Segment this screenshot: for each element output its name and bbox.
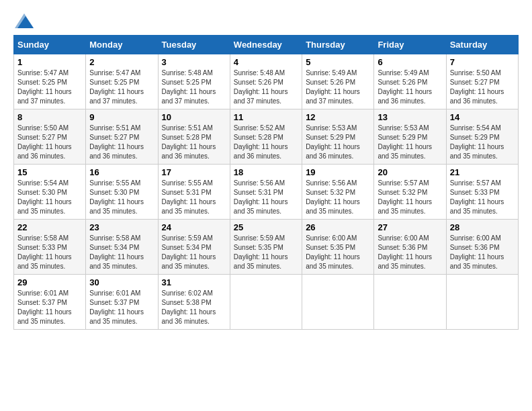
calendar-cell <box>446 275 518 330</box>
day-info: Sunrise: 5:49 AMSunset: 5:26 PMDaylight:… <box>378 69 432 105</box>
day-number: 22 <box>17 222 82 232</box>
calendar-cell: 13 Sunrise: 5:53 AMSunset: 5:29 PMDaylig… <box>374 109 446 165</box>
day-info: Sunrise: 5:49 AMSunset: 5:26 PMDaylight:… <box>306 69 360 105</box>
day-info: Sunrise: 6:01 AMSunset: 5:37 PMDaylight:… <box>89 289 144 325</box>
day-number: 13 <box>378 112 442 122</box>
calendar-cell: 23 Sunrise: 5:58 AMSunset: 5:34 PMDaylig… <box>86 220 158 275</box>
day-number: 4 <box>234 57 298 67</box>
calendar-cell: 25 Sunrise: 5:59 AMSunset: 5:35 PMDaylig… <box>230 220 302 275</box>
day-number: 29 <box>17 277 82 287</box>
day-number: 24 <box>162 222 226 232</box>
day-info: Sunrise: 5:50 AMSunset: 5:27 PMDaylight:… <box>17 124 72 160</box>
calendar-cell: 6 Sunrise: 5:49 AMSunset: 5:26 PMDayligh… <box>374 54 446 109</box>
calendar-cell: 22 Sunrise: 5:58 AMSunset: 5:33 PMDaylig… <box>14 220 86 275</box>
day-info: Sunrise: 6:00 AMSunset: 5:36 PMDaylight:… <box>450 234 504 270</box>
day-info: Sunrise: 6:01 AMSunset: 5:37 PMDaylight:… <box>17 289 72 325</box>
day-number: 1 <box>17 57 82 67</box>
day-header-sunday: Sunday <box>14 36 86 54</box>
day-number: 19 <box>306 167 370 177</box>
day-info: Sunrise: 5:52 AMSunset: 5:28 PMDaylight:… <box>234 124 288 160</box>
calendar-cell: 31 Sunrise: 6:02 AMSunset: 5:38 PMDaylig… <box>158 275 230 330</box>
day-number: 21 <box>450 167 515 177</box>
day-number: 23 <box>89 222 154 232</box>
day-number: 28 <box>450 222 515 232</box>
day-info: Sunrise: 5:59 AMSunset: 5:34 PMDaylight:… <box>162 234 216 270</box>
day-number: 8 <box>17 112 82 122</box>
week-row-3: 15 Sunrise: 5:54 AMSunset: 5:30 PMDaylig… <box>14 165 519 220</box>
calendar-cell: 17 Sunrise: 5:55 AMSunset: 5:31 PMDaylig… <box>158 165 230 220</box>
day-number: 14 <box>450 112 515 122</box>
day-header-saturday: Saturday <box>446 36 518 54</box>
day-number: 30 <box>89 277 154 287</box>
logo-icon <box>15 13 34 28</box>
day-header-friday: Friday <box>374 36 446 54</box>
day-number: 11 <box>234 112 298 122</box>
day-info: Sunrise: 5:56 AMSunset: 5:31 PMDaylight:… <box>234 179 288 215</box>
day-number: 5 <box>306 57 370 67</box>
day-number: 20 <box>378 167 442 177</box>
day-info: Sunrise: 6:00 AMSunset: 5:35 PMDaylight:… <box>306 234 360 270</box>
day-number: 26 <box>306 222 370 232</box>
day-number: 9 <box>89 112 154 122</box>
day-number: 18 <box>234 167 298 177</box>
logo <box>13 13 34 28</box>
calendar-cell: 20 Sunrise: 5:57 AMSunset: 5:32 PMDaylig… <box>374 165 446 220</box>
day-number: 25 <box>234 222 298 232</box>
day-number: 7 <box>450 57 515 67</box>
calendar-cell: 1 Sunrise: 5:47 AMSunset: 5:25 PMDayligh… <box>14 54 86 109</box>
calendar-cell: 15 Sunrise: 5:54 AMSunset: 5:30 PMDaylig… <box>14 165 86 220</box>
calendar-cell: 3 Sunrise: 5:48 AMSunset: 5:25 PMDayligh… <box>158 54 230 109</box>
calendar-cell: 24 Sunrise: 5:59 AMSunset: 5:34 PMDaylig… <box>158 220 230 275</box>
week-row-2: 8 Sunrise: 5:50 AMSunset: 5:27 PMDayligh… <box>14 109 519 165</box>
calendar-cell: 30 Sunrise: 6:01 AMSunset: 5:37 PMDaylig… <box>86 275 158 330</box>
day-info: Sunrise: 5:47 AMSunset: 5:25 PMDaylight:… <box>89 69 144 105</box>
day-info: Sunrise: 5:55 AMSunset: 5:31 PMDaylight:… <box>162 179 216 215</box>
day-info: Sunrise: 5:53 AMSunset: 5:29 PMDaylight:… <box>378 124 432 160</box>
calendar-cell: 18 Sunrise: 5:56 AMSunset: 5:31 PMDaylig… <box>230 165 302 220</box>
calendar-cell: 11 Sunrise: 5:52 AMSunset: 5:28 PMDaylig… <box>230 109 302 165</box>
day-number: 16 <box>89 167 154 177</box>
day-info: Sunrise: 5:47 AMSunset: 5:25 PMDaylight:… <box>17 69 72 105</box>
day-header-wednesday: Wednesday <box>230 36 302 54</box>
day-number: 15 <box>17 167 82 177</box>
day-info: Sunrise: 5:58 AMSunset: 5:33 PMDaylight:… <box>17 234 72 270</box>
calendar-cell: 7 Sunrise: 5:50 AMSunset: 5:27 PMDayligh… <box>446 54 518 109</box>
day-info: Sunrise: 5:51 AMSunset: 5:28 PMDaylight:… <box>162 124 216 160</box>
day-header-thursday: Thursday <box>302 36 374 54</box>
day-header-monday: Monday <box>86 36 158 54</box>
calendar: SundayMondayTuesdayWednesdayThursdayFrid… <box>13 35 519 330</box>
calendar-cell: 8 Sunrise: 5:50 AMSunset: 5:27 PMDayligh… <box>14 109 86 165</box>
day-info: Sunrise: 5:54 AMSunset: 5:30 PMDaylight:… <box>17 179 72 215</box>
calendar-cell: 4 Sunrise: 5:48 AMSunset: 5:26 PMDayligh… <box>230 54 302 109</box>
day-info: Sunrise: 5:53 AMSunset: 5:29 PMDaylight:… <box>306 124 360 160</box>
day-info: Sunrise: 5:50 AMSunset: 5:27 PMDaylight:… <box>450 69 504 105</box>
calendar-cell: 14 Sunrise: 5:54 AMSunset: 5:29 PMDaylig… <box>446 109 518 165</box>
calendar-cell: 10 Sunrise: 5:51 AMSunset: 5:28 PMDaylig… <box>158 109 230 165</box>
header <box>13 13 519 28</box>
week-row-1: 1 Sunrise: 5:47 AMSunset: 5:25 PMDayligh… <box>14 54 519 109</box>
day-number: 17 <box>162 167 226 177</box>
day-info: Sunrise: 5:57 AMSunset: 5:33 PMDaylight:… <box>450 179 504 215</box>
day-info: Sunrise: 5:51 AMSunset: 5:27 PMDaylight:… <box>89 124 144 160</box>
calendar-body: 1 Sunrise: 5:47 AMSunset: 5:25 PMDayligh… <box>14 54 519 330</box>
calendar-cell: 21 Sunrise: 5:57 AMSunset: 5:33 PMDaylig… <box>446 165 518 220</box>
day-info: Sunrise: 5:55 AMSunset: 5:30 PMDaylight:… <box>89 179 144 215</box>
calendar-header-row: SundayMondayTuesdayWednesdayThursdayFrid… <box>14 36 519 54</box>
day-number: 27 <box>378 222 442 232</box>
day-number: 31 <box>162 277 226 287</box>
day-info: Sunrise: 5:57 AMSunset: 5:32 PMDaylight:… <box>378 179 432 215</box>
week-row-4: 22 Sunrise: 5:58 AMSunset: 5:33 PMDaylig… <box>14 220 519 275</box>
day-number: 10 <box>162 112 226 122</box>
calendar-cell: 19 Sunrise: 5:56 AMSunset: 5:32 PMDaylig… <box>302 165 374 220</box>
day-info: Sunrise: 5:48 AMSunset: 5:26 PMDaylight:… <box>234 69 288 105</box>
calendar-cell: 5 Sunrise: 5:49 AMSunset: 5:26 PMDayligh… <box>302 54 374 109</box>
day-info: Sunrise: 5:58 AMSunset: 5:34 PMDaylight:… <box>89 234 144 270</box>
day-info: Sunrise: 5:59 AMSunset: 5:35 PMDaylight:… <box>234 234 288 270</box>
day-info: Sunrise: 6:02 AMSunset: 5:38 PMDaylight:… <box>162 289 216 325</box>
day-number: 3 <box>162 57 226 67</box>
day-number: 2 <box>89 57 154 67</box>
calendar-cell: 16 Sunrise: 5:55 AMSunset: 5:30 PMDaylig… <box>86 165 158 220</box>
day-header-tuesday: Tuesday <box>158 36 230 54</box>
calendar-cell: 29 Sunrise: 6:01 AMSunset: 5:37 PMDaylig… <box>14 275 86 330</box>
calendar-cell: 26 Sunrise: 6:00 AMSunset: 5:35 PMDaylig… <box>302 220 374 275</box>
